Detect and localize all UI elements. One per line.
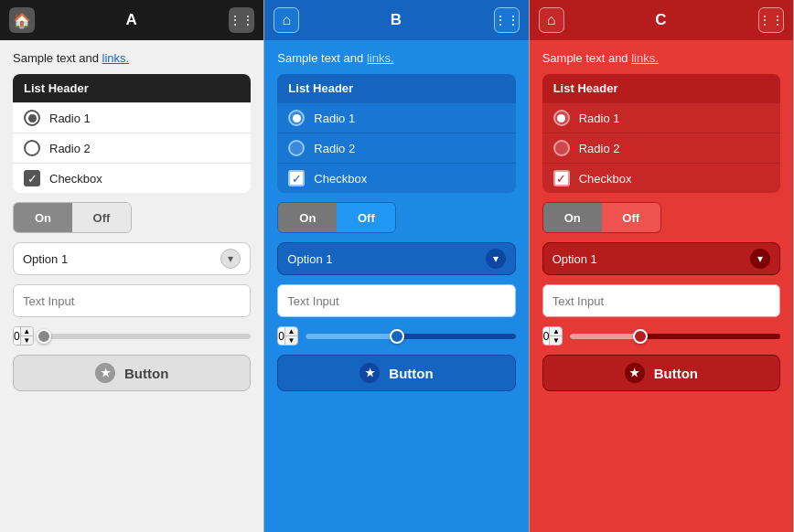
big-button-c[interactable]: ★ Button [542, 355, 780, 391]
titlebar-left-icon-a[interactable]: 🏠 [9, 7, 35, 33]
list-item-radio1-c[interactable]: Radio 1 [542, 102, 780, 133]
toggle-off-c[interactable]: Off [602, 203, 660, 232]
slider-row-c: 0 ▲ ▼ [542, 326, 780, 346]
list-item-radio1-b[interactable]: Radio 1 [277, 102, 515, 133]
toggle-c[interactable]: On Off [542, 202, 661, 233]
stepper-up-c[interactable]: ▲ [550, 327, 562, 336]
checkbox-b[interactable]: ✓ [288, 170, 305, 186]
titlebar-left-icon-b[interactable]: ⌂ [274, 7, 299, 33]
stepper-b[interactable]: 0 ▲ ▼ [277, 326, 298, 346]
radio1-c[interactable] [553, 110, 570, 126]
titlebar-b: ⌂ B ⋮⋮ [264, 0, 528, 40]
titlebar-right-icon-b[interactable]: ⋮⋮ [494, 7, 520, 33]
stepper-up-b[interactable]: ▲ [285, 327, 297, 336]
dropdown-arrow-b: ▾ [486, 249, 506, 269]
titlebar-right-icon-a[interactable]: ⋮⋮ [229, 7, 254, 33]
panel-b-title: B [391, 11, 402, 29]
list-header-c: List Header [542, 74, 780, 102]
sample-link-b[interactable]: links. [367, 51, 394, 65]
checkbox-c[interactable]: ✓ [553, 170, 570, 186]
titlebar-c: ⌂ C ⋮⋮ [530, 0, 793, 40]
toggle-off-b[interactable]: Off [337, 203, 395, 232]
radio2-c[interactable] [553, 140, 570, 156]
list-a: List Header Radio 1 Radio 2 ✓ Checkbox [13, 74, 251, 193]
slider-row-b: 0 ▲ ▼ [277, 326, 515, 346]
checkbox-a[interactable]: ✓ [24, 170, 40, 186]
list-c: List Header Radio 1 Radio 2 ✓ Checkbox [542, 74, 780, 193]
list-item-radio2-b[interactable]: Radio 2 [277, 133, 515, 163]
dropdown-arrow-a: ▾ [220, 249, 241, 269]
list-item-checkbox-c[interactable]: ✓ Checkbox [542, 163, 780, 193]
text-input-a[interactable] [13, 284, 251, 317]
panel-c: ⌂ C ⋮⋮ Sample text and links. List Heade… [530, 0, 794, 532]
panel-a-title: A [126, 11, 138, 29]
list-header-a: List Header [13, 74, 251, 102]
slider-track-b[interactable] [306, 334, 516, 339]
dropdown-a[interactable]: Option 1 ▾ [13, 242, 251, 275]
panel-c-title: C [655, 11, 667, 29]
toggle-off-a[interactable]: Off [72, 203, 131, 232]
slider-thumb-c[interactable] [633, 329, 648, 344]
titlebar-left-icon-c[interactable]: ⌂ [539, 7, 564, 33]
titlebar-right-icon-c[interactable]: ⋮⋮ [758, 7, 784, 33]
slider-thumb-b[interactable] [390, 329, 404, 344]
button-star-b: ★ [359, 363, 380, 383]
radio2-a[interactable] [24, 140, 40, 156]
stepper-c[interactable]: 0 ▲ ▼ [542, 326, 563, 346]
list-item-checkbox-a[interactable]: ✓ Checkbox [13, 163, 251, 193]
toggle-a[interactable]: On Off [13, 202, 132, 233]
big-button-b[interactable]: ★ Button [277, 355, 515, 391]
slider-row-a: 0 ▲ ▼ [13, 326, 251, 346]
big-button-a[interactable]: ★ Button [13, 355, 251, 391]
dropdown-b[interactable]: Option 1 ▾ [277, 242, 515, 275]
list-b: List Header Radio 1 Radio 2 ✓ Checkbox [277, 74, 515, 193]
slider-thumb-a[interactable] [37, 329, 51, 344]
toggle-b[interactable]: On Off [277, 202, 396, 233]
stepper-down-b[interactable]: ▼ [285, 336, 297, 345]
text-input-c[interactable] [542, 284, 780, 317]
stepper-up-a[interactable]: ▲ [21, 327, 33, 336]
sample-text-b: Sample text and links. [277, 51, 515, 65]
button-star-a: ★ [95, 363, 115, 383]
list-item-radio2-a[interactable]: Radio 2 [13, 133, 251, 163]
button-star-c: ★ [625, 363, 645, 383]
toggle-on-c[interactable]: On [543, 203, 602, 232]
radio2-b[interactable] [288, 140, 305, 156]
toggle-on-a[interactable]: On [14, 203, 72, 232]
radio1-a[interactable] [24, 110, 40, 126]
list-item-radio1-a[interactable]: Radio 1 [13, 102, 251, 133]
radio1-b[interactable] [288, 110, 305, 126]
toggle-on-b[interactable]: On [278, 203, 337, 232]
titlebar-a: 🏠 A ⋮⋮ [0, 0, 263, 40]
dropdown-c[interactable]: Option 1 ▾ [542, 242, 780, 275]
sample-link-c[interactable]: links. [631, 51, 659, 65]
slider-track-c[interactable] [570, 334, 780, 339]
slider-fill-b [306, 334, 400, 339]
list-item-checkbox-b[interactable]: ✓ Checkbox [277, 163, 515, 193]
panel-b: ⌂ B ⋮⋮ Sample text and links. List Heade… [264, 0, 529, 532]
text-input-b[interactable] [277, 284, 515, 317]
slider-track-a[interactable] [41, 334, 252, 339]
list-header-b: List Header [277, 74, 515, 102]
panel-a-content: Sample text and links. List Header Radio… [0, 40, 263, 532]
list-item-radio2-c[interactable]: Radio 2 [542, 133, 780, 163]
dropdown-arrow-c: ▾ [750, 249, 770, 269]
panel-b-content: Sample text and links. List Header Radio… [264, 40, 528, 532]
panel-c-content: Sample text and links. List Header Radio… [530, 40, 793, 532]
sample-text-c: Sample text and links. [542, 51, 780, 65]
panel-a: 🏠 A ⋮⋮ Sample text and links. List Heade… [0, 0, 264, 532]
stepper-down-c[interactable]: ▼ [550, 336, 562, 345]
stepper-a[interactable]: 0 ▲ ▼ [13, 326, 34, 346]
sample-text-a: Sample text and links. [13, 51, 251, 65]
sample-link-a[interactable]: links. [102, 51, 130, 65]
stepper-down-a[interactable]: ▼ [21, 336, 33, 345]
